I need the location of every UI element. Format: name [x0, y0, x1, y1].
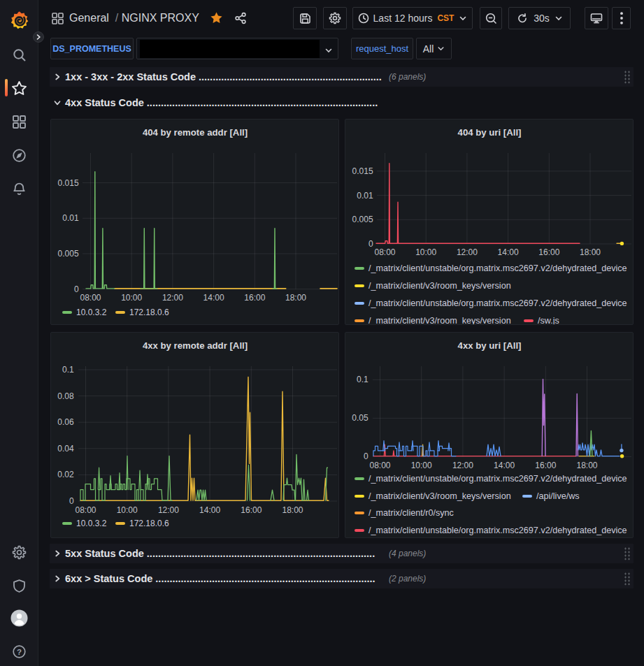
svg-text:0.005: 0.005 [58, 249, 79, 259]
svg-text:0.02: 0.02 [57, 470, 74, 479]
svg-text:18:00: 18:00 [285, 293, 306, 303]
svg-text:08:00: 08:00 [374, 247, 395, 257]
svg-text:08:00: 08:00 [80, 293, 101, 303]
svg-text:?: ? [17, 648, 22, 656]
svg-text:12:00: 12:00 [452, 461, 473, 470]
svg-text:172.18.0.6: 172.18.0.6 [129, 307, 169, 317]
svg-text:14:00: 14:00 [494, 461, 515, 470]
svg-text:0.05: 0.05 [352, 413, 368, 423]
svg-text:16:00: 16:00 [241, 505, 262, 515]
svg-text:0: 0 [368, 239, 373, 249]
svg-text:18:00: 18:00 [580, 247, 601, 257]
svg-text:10.0.3.2: 10.0.3.2 [76, 307, 107, 317]
svg-text:0.01: 0.01 [357, 191, 373, 201]
svg-text:08:00: 08:00 [369, 461, 390, 470]
svg-text:12:00: 12:00 [158, 505, 179, 515]
svg-text:0.01: 0.01 [62, 213, 79, 223]
svg-text:18:00: 18:00 [576, 461, 597, 470]
svg-text:/_matrix/client/v3/room_keys/v: /_matrix/client/v3/room_keys/version [368, 491, 511, 501]
svg-text:0: 0 [74, 284, 79, 294]
svg-text:0.1: 0.1 [62, 365, 74, 375]
svg-text:0.015: 0.015 [58, 178, 79, 188]
svg-text:/api/live/ws: /api/live/ws [536, 491, 580, 501]
svg-text:/_matrix/client/unstable/org.m: /_matrix/client/unstable/org.matrix.msc2… [368, 526, 627, 535]
svg-text:0: 0 [364, 451, 368, 461]
svg-text:16:00: 16:00 [244, 293, 265, 303]
svg-text:/_matrix/client/v3/room_keys/v: /_matrix/client/v3/room_keys/version [368, 281, 511, 291]
svg-text:10:00: 10:00 [121, 293, 142, 303]
svg-text:0.1: 0.1 [357, 375, 368, 384]
svg-text:16:00: 16:00 [535, 461, 556, 470]
svg-text:4xx by uri [All]: 4xx by uri [All] [458, 340, 522, 351]
svg-text:14:00: 14:00 [199, 505, 220, 515]
svg-text:/_matrix/client/r0/sync: /_matrix/client/r0/sync [368, 508, 454, 518]
svg-text:/_matrix/client/unstable/org.m: /_matrix/client/unstable/org.matrix.msc2… [368, 298, 627, 308]
svg-text:0.06: 0.06 [57, 417, 74, 427]
svg-text:/sw.js: /sw.js [538, 316, 559, 325]
svg-text:404 by remote addr [All]: 404 by remote addr [All] [143, 127, 248, 138]
svg-text:16:00: 16:00 [538, 247, 559, 257]
svg-text:/_matrix/client/v3/room_keys/v: /_matrix/client/v3/room_keys/version [368, 316, 511, 325]
svg-text:12:00: 12:00 [162, 293, 183, 303]
svg-text:10:00: 10:00 [117, 505, 138, 515]
svg-text:172.18.0.6: 172.18.0.6 [129, 519, 169, 528]
svg-text:0: 0 [69, 496, 74, 506]
svg-text:0.08: 0.08 [57, 391, 74, 401]
svg-text:08:00: 08:00 [75, 505, 96, 515]
svg-text:10.0.3.2: 10.0.3.2 [76, 519, 107, 528]
svg-text:14:00: 14:00 [203, 293, 224, 303]
svg-text:4xx by remote addr [All]: 4xx by remote addr [All] [143, 340, 248, 351]
svg-text:/_matrix/client/unstable/org.m: /_matrix/client/unstable/org.matrix.msc2… [368, 474, 627, 484]
svg-text:12:00: 12:00 [457, 247, 478, 257]
svg-text:18:00: 18:00 [282, 505, 303, 515]
svg-text:0.04: 0.04 [57, 444, 74, 454]
svg-text:404 by uri [All]: 404 by uri [All] [458, 127, 522, 138]
svg-text:14:00: 14:00 [498, 247, 519, 257]
svg-text:0.005: 0.005 [352, 215, 373, 224]
svg-text:10:00: 10:00 [411, 461, 432, 470]
svg-text:0.015: 0.015 [352, 166, 373, 176]
svg-text:10:00: 10:00 [415, 247, 436, 257]
svg-text:/_matrix/client/unstable/org.m: /_matrix/client/unstable/org.matrix.msc2… [368, 263, 627, 273]
